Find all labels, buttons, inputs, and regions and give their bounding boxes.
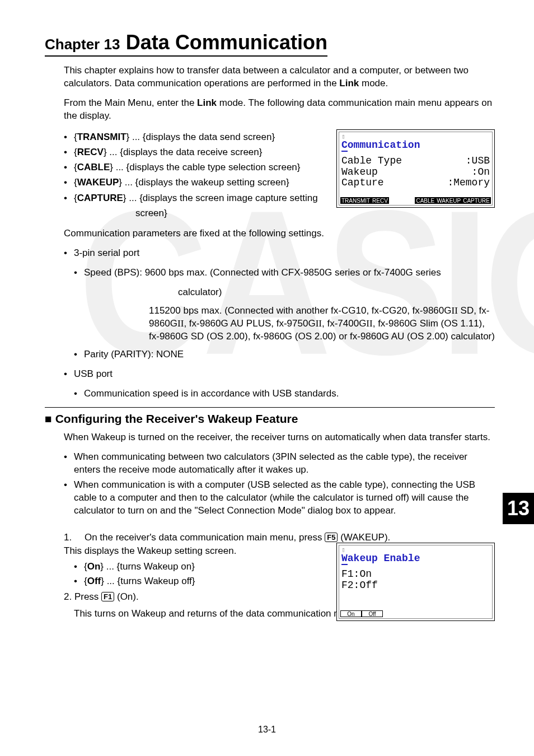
chapter-title: Data Communication [126,31,327,54]
params-usb-speed: Communication speed is in accordance wit… [74,388,495,400]
fkey-transmit: TRANSMIT [340,197,371,204]
wakeup-b2: When communication is with a computer (U… [64,479,484,517]
params-serial-sub: Speed (BPS): 9600 bps max. (Connected wi… [74,267,495,279]
params-lead: Communication parameters are fixed at th… [64,227,495,240]
menu-capture: {CAPTURE} ... {displays the screen image… [64,190,327,221]
screen2-l1: F1:On [341,569,490,580]
menu-cable: {CABLE} ... {displays the cable type sel… [64,160,327,175]
fkey-on: On [340,610,362,617]
screen2-title: Wakeup Enable [341,553,490,564]
params-usb-list: USB port [64,368,495,381]
menu-recv: {RECV} ... {displays the data receive sc… [64,144,327,160]
screen2-l2: F2:Off [341,580,490,591]
fkey-off: Off [362,610,383,617]
chapter-label: Chapter 13 [45,36,120,53]
chapter-heading: Chapter 13 Data Communication [45,31,327,57]
f1-key: F1 [101,592,114,601]
fkey-recv: RECV [371,197,389,204]
screen1-row-cable: Cable Type:USB [341,156,490,167]
square-bullet-icon: ■ [45,412,52,425]
params-parity-list: Parity (PARITY): NONE [74,348,495,361]
menu-transmit: {TRANSMIT} ... {displays the data send s… [64,129,327,144]
intro-para-2: From the Main Menu, enter the Link mode.… [64,97,495,123]
params-serial: 3-pin serial port [64,247,495,260]
params-speed-1: Speed (BPS): 9600 bps max. (Connected wi… [74,267,495,279]
wakeup-b1: When communicating between two calculato… [64,451,484,477]
params-parity: Parity (PARITY): NONE [74,348,495,361]
section-heading: ■Configuring the Receiver's Wakeup Featu… [45,412,495,426]
screen2-fkeys: On Off [340,610,491,617]
page-number: 13-1 [0,725,534,735]
params-usb-sub: Communication speed is in accordance wit… [74,388,495,400]
fkey-cable: CABLE [415,197,435,204]
calc-screen-communication: ▯ Communication Cable Type:USB Wakeup:On… [336,129,495,208]
screen1-title: Communication [341,140,490,151]
params-serial-list: 3-pin serial port [64,247,495,260]
section-divider [45,407,495,408]
params-usb: USB port [64,368,495,381]
params-speed-2: 115200 bps max. (Connected with another … [149,305,495,343]
calc-screen-wakeup: ▯ Wakeup Enable F1:On F2:Off On Off [336,543,495,621]
page-tab: 13 [503,493,534,524]
fkey-capture: CAPTURE [462,197,491,204]
menu-wakeup: {WAKEUP} ... {displays the wakeup settin… [64,175,327,190]
screen1-fkeys: TRANSMIT RECV CABLE WAKEUP CAPTURE [340,197,491,204]
fkey-wakeup: WAKEUP [435,197,462,204]
screen1-row-wakeup: Wakeup:On [341,167,490,178]
menu-list: {TRANSMIT} ... {displays the data send s… [64,129,327,221]
params-speed-1-cont: calculator) [178,286,495,299]
f5-key: F5 [325,533,338,542]
screen1-row-capture: Capture:Memory [341,178,490,189]
wakeup-p1: When Wakeup is turned on the receiver, t… [64,431,495,444]
wakeup-bullets: When communicating between two calculato… [64,451,484,517]
intro-para-1: This chapter explains how to transfer da… [64,64,495,90]
